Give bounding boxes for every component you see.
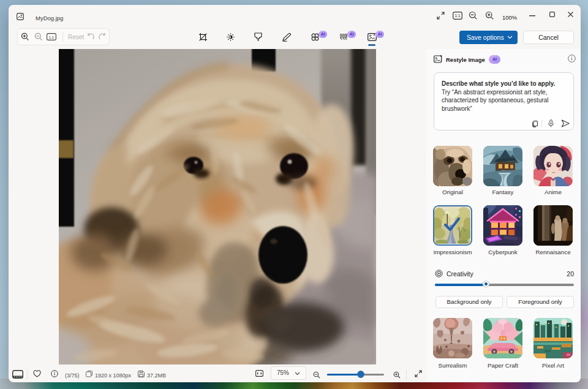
svg-text:1:1: 1:1 <box>49 36 55 39</box>
svg-text:1:1: 1:1 <box>454 13 460 18</box>
